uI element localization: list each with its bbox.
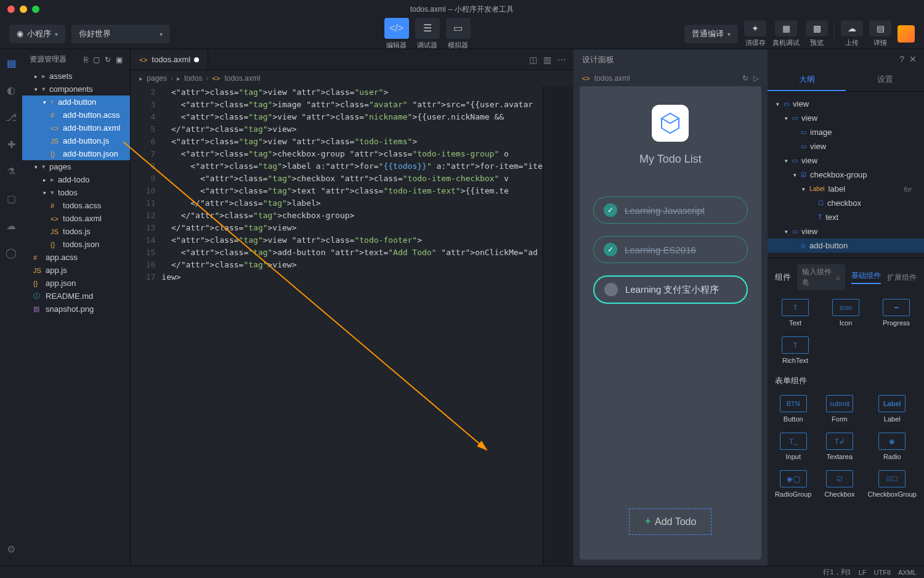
component-form[interactable]: submitForm [821,395,857,423]
tree-file-todos-axml[interactable]: <>todos.axml [22,212,130,225]
tree-file-add-button-axml[interactable]: <>add-button.axml [22,121,130,134]
preview-button[interactable]: ▩预览 [806,20,828,47]
check-icon [604,283,618,296]
outline-node-view[interactable]: ▾▭view [768,111,924,125]
new-file-icon[interactable]: ⎘ [84,55,88,64]
tree-file-todos-json[interactable]: {}todos.json [22,238,130,251]
close-panel-icon[interactable]: ✕ [909,54,917,64]
outline-node-label[interactable]: ▾Labellabelfor [768,182,924,196]
search-activity[interactable]: ◐ [4,83,18,97]
outline-node-add-button[interactable]: ◇add-button [768,238,924,253]
cursor-position[interactable]: 行1，列1 [823,568,851,577]
account-activity[interactable]: ◯ [4,245,18,260]
component-richtext[interactable]: TRichText [775,336,816,364]
breadcrumb[interactable]: ▸pages › ▸todos › <>todos.axml [131,70,573,86]
component-label[interactable]: LabelLabel [868,395,917,423]
component-text[interactable]: TText [775,299,816,327]
user-avatar[interactable] [898,25,915,43]
extensions-activity[interactable]: ✚ [4,137,18,152]
upload-button[interactable]: ☁上传 [841,20,863,47]
code-editor[interactable]: 234567891011121314151617 <"attr">class="… [131,86,573,566]
simulator-mode-button[interactable]: ▭ [446,18,471,39]
component-input[interactable]: T_Input [775,433,811,460]
refresh-icon[interactable]: ↻ [105,55,111,64]
chevron-down-icon [160,29,163,38]
tree-file-todos-acss[interactable]: #todos.acss [22,199,130,212]
outline-node-view[interactable]: ▭view [768,139,924,153]
todo-item[interactable]: Learning 支付宝小程序 [593,275,748,304]
more-icon[interactable]: ⋯ [557,55,566,65]
encoding[interactable]: UTF8 [874,569,891,576]
real-device-button[interactable]: ▦真机调试 [772,20,800,47]
todo-item[interactable]: ✓ Learning ES2016 [593,236,748,263]
settings-tab[interactable]: 设置 [846,69,924,91]
clear-cache-button[interactable]: ✦清缓存 [744,20,766,47]
new-folder-icon[interactable]: ▢ [93,55,100,64]
tree-file-add-button-json[interactable]: {}add-button.json [22,147,130,160]
maximize-window-button[interactable] [32,6,39,13]
play-preview-icon[interactable]: ▷ [753,74,759,83]
tree-folder-todos[interactable]: ▾▾todos [22,186,130,199]
extended-components-tab[interactable]: 扩展组件 [887,272,917,283]
tree-file-app-acss[interactable]: #app.acss [22,251,130,264]
debugger-mode-button[interactable]: ☰ [415,18,440,39]
qrcode-icon: ▩ [806,20,828,36]
explorer-activity[interactable]: ▤ [4,55,18,70]
outline-node-image[interactable]: ▭image [768,125,924,139]
refresh-preview-icon[interactable]: ↻ [742,74,748,83]
basic-components-tab[interactable]: 基础组件 [851,271,881,284]
component-icon[interactable]: iconIcon [825,299,866,327]
npm-activity[interactable]: ▢ [4,191,18,206]
outline-node-checkbox-group[interactable]: ▾☑checkbox-group [768,168,924,182]
split-editor-icon[interactable]: ◫ [529,55,537,65]
outline-node-view[interactable]: ▾▭view [768,224,924,238]
compile-mode-dropdown[interactable]: 普通编译 [684,25,738,43]
app-type-dropdown[interactable]: ◉ 小程序 [9,25,65,43]
git-activity[interactable]: ⎇ [4,110,18,124]
layout-icon[interactable]: ▥ [543,55,551,65]
minimize-window-button[interactable] [20,6,27,13]
close-window-button[interactable] [7,6,15,13]
details-button[interactable]: ▤详情 [869,20,891,47]
test-activity[interactable]: ⚗ [4,164,18,179]
component-button[interactable]: BTNButton [775,395,811,423]
tree-file-app-js[interactable]: JSapp.js [22,264,130,277]
component-textarea[interactable]: T↲Textarea [821,433,857,460]
outline-node-checkbox[interactable]: ☐checkbox [768,196,924,210]
component-search-input[interactable]: 输入组件名 ⌕ [797,264,845,290]
tree-folder-components[interactable]: ▾▾components [22,83,130,96]
help-icon[interactable]: ? [899,54,904,64]
todo-item[interactable]: ✓ Learning Javascript [593,197,748,224]
component-progress[interactable]: ━Progress [876,299,917,327]
tree-folder-pages[interactable]: ▾▾pages [22,160,130,173]
tree-folder-assets[interactable]: ▸▸assets [22,70,130,83]
outline-node-text[interactable]: Ttext [768,210,924,224]
tree-folder-add-todo[interactable]: ▸▸add-todo [22,173,130,186]
language-mode[interactable]: AXML [898,569,917,576]
tree-file-todos-js[interactable]: JStodos.js [22,225,130,238]
tree-file-add-button-js[interactable]: JSadd-button.js [22,134,130,147]
tree-file-add-button-acss[interactable]: #add-button.acss [22,108,130,121]
add-todo-button[interactable]: + Add Todo [629,508,711,535]
tree-file-readme[interactable]: ⓘREADME.md [22,290,130,303]
outline-node-view[interactable]: ▾▭view [768,97,924,111]
outline-tab[interactable]: 大纲 [768,69,846,91]
editor-tab-todos-axml[interactable]: <> todos.axml [131,50,208,69]
cloud-activity[interactable]: ☁ [4,218,18,233]
form-section-title: 表单组件 [775,375,917,386]
activity-bar: ▤ ◐ ⎇ ✚ ⚗ ▢ ☁ ◯ ⚙ [0,49,22,566]
component-radio[interactable]: ◉Radio [868,433,917,460]
tree-folder-add-button[interactable]: ▾▾add-button [22,96,130,108]
tree-file-app-json[interactable]: {}app.json [22,277,130,290]
component-checkbox[interactable]: ☑Checkbox [821,470,857,498]
minimap[interactable] [543,86,573,566]
editor-mode-button[interactable]: </> [384,18,409,39]
component-checkboxgroup[interactable]: ☑☐CheckboxGroup [868,470,917,498]
line-ending[interactable]: LF [859,569,867,576]
component-radiogroup[interactable]: ◉◯RadioGroup [775,470,811,498]
settings-activity[interactable]: ⚙ [4,542,18,556]
collapse-icon[interactable]: ▣ [116,55,123,64]
outline-node-view[interactable]: ▾▭view [768,153,924,168]
project-dropdown[interactable]: 你好世界 [71,25,170,43]
tree-file-snapshot[interactable]: ▨snapshot.png [22,303,130,315]
